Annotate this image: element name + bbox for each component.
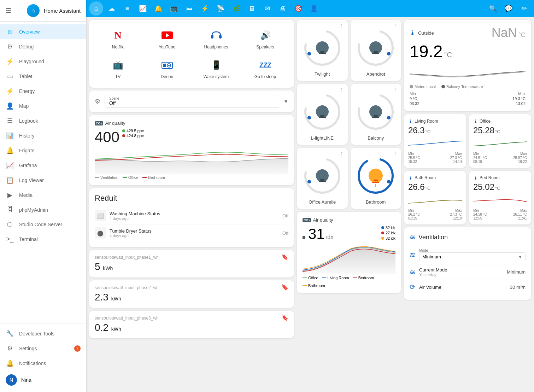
light-abendrot[interactable]: ⋮ Abendrot xyxy=(351,20,401,81)
light-office-aurelle[interactable]: ⋮ Office Aurelle xyxy=(297,148,348,209)
topnav-chat[interactable]: 💬 xyxy=(501,1,516,16)
sidebar-item-studio-code[interactable]: ⬡ Studio Code Server xyxy=(0,217,86,232)
tv-label: TV xyxy=(115,74,121,79)
topnav-controls[interactable]: ≡ xyxy=(120,1,134,16)
lr-min-val: 25.5 °C xyxy=(408,156,420,160)
outside-temp-unit: °C xyxy=(444,51,452,59)
sensor-phase3-bookmark[interactable]: 🔖 xyxy=(281,314,288,321)
llightline-circle-container xyxy=(301,92,344,131)
vent-current-icon: ≋ xyxy=(410,268,416,276)
sensor-phase2-bookmark[interactable]: 🔖 xyxy=(281,284,288,291)
user-avatar: N xyxy=(6,374,17,386)
balcony-circle-container xyxy=(355,92,397,131)
svg-rect-2 xyxy=(211,35,213,39)
media-denon[interactable]: Denon xyxy=(144,55,190,82)
scene-value: Off xyxy=(109,100,275,106)
sidebar-item-log-viewer[interactable]: 📋 Log Viewer xyxy=(0,173,86,188)
sidebar-item-settings[interactable]: ⚙ Settings 2 xyxy=(0,341,86,356)
light-balcony-menu[interactable]: ⋮ xyxy=(392,87,398,94)
office-aurelle-circle-container xyxy=(301,156,344,195)
topnav-weather[interactable]: ☁ xyxy=(105,1,119,16)
sidebar-label-history: History xyxy=(19,133,35,139)
light-twilight[interactable]: ⋮ Twilight xyxy=(297,20,348,81)
sidebar-item-media[interactable]: ▶ Media xyxy=(0,188,86,203)
topnav-home[interactable]: ⌂ xyxy=(89,1,103,16)
grafana-icon: 📈 xyxy=(6,162,14,169)
light-llightline-menu[interactable]: ⋮ xyxy=(339,87,345,94)
media-headphones[interactable]: Headphones xyxy=(193,25,239,52)
topnav-edit[interactable]: ✏ xyxy=(517,1,531,16)
sidebar-item-map[interactable]: 👤 Map xyxy=(0,99,86,113)
menu-icon[interactable]: ☰ xyxy=(6,7,11,14)
vent-mode-row: ≋ Mode Minimum ▼ xyxy=(410,246,526,264)
sensor-phase1-bookmark[interactable]: 🔖 xyxy=(281,253,288,260)
vent-current-val: Minimum xyxy=(507,269,526,275)
media-wake[interactable]: 📱 Wake system xyxy=(193,55,239,82)
sidebar-item-playground[interactable]: ⚡ Playground xyxy=(0,54,86,69)
topnav-plant[interactable]: 🌿 xyxy=(229,1,243,16)
topnav-printer[interactable]: 🖨 xyxy=(276,1,290,16)
topnav-bed[interactable]: 🛏 xyxy=(182,1,196,16)
sidebar-item-terminal[interactable]: >_ Terminal xyxy=(0,232,86,246)
aq2-legend-bedroom: Bedroom xyxy=(353,276,374,280)
topnav-tv[interactable]: 📺 xyxy=(167,1,181,16)
light-balcony[interactable]: ⋮ Balcony xyxy=(351,84,401,145)
light-llightline[interactable]: ⋮ L-lightLINE xyxy=(297,84,348,145)
light-bathroom-menu[interactable]: ⋮ xyxy=(392,151,398,158)
media-sleep[interactable]: ZZZ Go to sleep xyxy=(242,55,288,82)
topnav-monitor[interactable]: 🖥 xyxy=(245,1,259,16)
media-tv[interactable]: 📺 TV xyxy=(95,55,141,82)
media-speakers[interactable]: 🔊 Speakers xyxy=(242,25,288,52)
sidebar-label-settings: Settings xyxy=(19,346,37,351)
outside-min-time: 03:32 xyxy=(410,101,419,106)
light-office-aurelle-menu[interactable]: ⋮ xyxy=(339,151,345,158)
media-netflix[interactable]: N Netflix xyxy=(95,25,141,52)
topnav-power[interactable]: ⚡ xyxy=(198,1,212,16)
llightline-label: L-lightLINE xyxy=(301,135,344,141)
bath-room-value: 26.6 xyxy=(408,182,425,192)
outside-temp-value: 19.2 xyxy=(410,42,442,61)
aq2-unit: idx xyxy=(326,234,333,240)
outside-max-label: Max xyxy=(512,92,526,96)
light-bathroom[interactable]: ⋮ Bathroom xyxy=(351,148,401,209)
legend-ventilation-label: Ventilation xyxy=(100,175,118,180)
vent-title: Ventilation xyxy=(418,234,448,241)
svg-rect-16 xyxy=(372,53,379,54)
sleep-icon: ZZZ xyxy=(258,58,272,72)
topnav-search[interactable]: 🔍 xyxy=(486,1,500,16)
tumble-dryer-icon: ⬤ xyxy=(95,227,106,239)
sidebar-item-overview[interactable]: ⊞ Overview xyxy=(0,24,86,39)
bath-room-label: Bath Room xyxy=(415,175,436,180)
topnav-signal[interactable]: 📡 xyxy=(213,1,228,16)
scene-select[interactable]: Scene Off xyxy=(105,95,279,108)
vent-mode-select[interactable]: Minimum ▼ xyxy=(419,252,526,261)
sidebar-item-grafana[interactable]: 📈 Grafana xyxy=(0,158,86,173)
sidebar-item-notifications[interactable]: 🔔 Notifications xyxy=(0,356,86,371)
living-room-label: Living Room xyxy=(415,119,438,124)
sidebar-item-tablet[interactable]: ▭ Tablet xyxy=(0,69,86,84)
sidebar-item-developer-tools[interactable]: 🔧 Developer Tools xyxy=(0,326,86,341)
sidebar-item-energy[interactable]: ⚡ Energy xyxy=(0,84,86,99)
reduit-item-2-status: Off xyxy=(282,230,288,236)
topnav-mail[interactable]: ✉ xyxy=(260,1,274,16)
wake-label: Wake system xyxy=(204,74,229,79)
vent-mode-icon: ≋ xyxy=(410,251,416,259)
svg-rect-21 xyxy=(319,117,326,118)
sidebar-item-frigate[interactable]: 🔔 Frigate xyxy=(0,143,86,158)
topnav-alerts[interactable]: 🔔 xyxy=(151,1,165,16)
sidebar-item-phpmyadmin[interactable]: 🗄 phpMyAdmin xyxy=(0,203,86,217)
media-youtube[interactable]: YouTube xyxy=(144,25,190,52)
sidebar-item-history[interactable]: 📊 History xyxy=(0,128,86,143)
energy-icon: ⚡ xyxy=(6,87,14,95)
svg-point-12 xyxy=(307,52,311,55)
outside-secondary-unit: °C xyxy=(518,31,526,39)
user-item[interactable]: N Nina xyxy=(0,371,86,389)
sidebar-item-debug[interactable]: ⚙ Debug xyxy=(0,39,86,54)
light-abendrot-menu[interactable]: ⋮ xyxy=(392,23,398,30)
vent-mode-value: Minimum xyxy=(422,254,518,259)
sidebar-item-logbook[interactable]: ☰ Logbook xyxy=(0,113,86,128)
topnav-target[interactable]: 🎯 xyxy=(291,1,305,16)
topnav-energy[interactable]: 📈 xyxy=(136,1,150,16)
topnav-person[interactable]: 👤 xyxy=(307,1,321,16)
vent-current-sub: Yesterday xyxy=(419,273,503,277)
